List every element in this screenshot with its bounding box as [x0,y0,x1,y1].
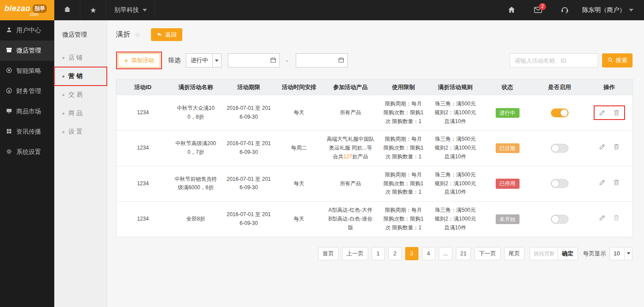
table-row: 1234 中秋节大众满100，8折 2016-07-01 至 2016-09-3… [117,95,633,131]
enable-toggle[interactable] [551,215,569,224]
per-page-select[interactable]: 10 [610,247,633,260]
page-number[interactable]: 1 [372,247,385,260]
sidebar-item-label: 系统设置 [16,148,41,156]
edit-button[interactable] [599,143,606,150]
cell-period: 2016-07-01 至 2016-09-30 [222,95,275,131]
search-button[interactable]: 搜索 [602,53,633,67]
date-to-input[interactable] [300,57,338,64]
edit-button[interactable] [599,214,606,221]
submenu-item-shop[interactable]: 店 铺 [54,49,107,67]
enable-toggle[interactable] [551,144,569,153]
target-icon [6,67,12,75]
user-menu[interactable]: 陈东明（商户） [578,0,644,20]
bank-icon-button[interactable] [54,0,80,20]
add-activity-label: 添加活动 [131,56,154,64]
cell-actions [586,202,633,237]
favorite-star-icon[interactable]: ☆ [135,31,140,39]
select-arrow[interactable] [212,54,221,67]
delete-button[interactable] [613,214,620,221]
edit-button[interactable] [599,109,606,116]
table-header-row: 活动ID 满折活动名称 活动期限 活动时间安排 参加活动产品 使用限制 满折活动… [117,79,633,95]
submenu-item-label: 店 铺 [68,54,83,62]
logo-tld: .com [4,12,50,17]
sidebar-item-store-management[interactable]: 微店管理 [0,41,54,61]
delete-button[interactable] [613,143,620,150]
sidebar-item-market[interactable]: 商品市场 [0,101,54,122]
company-switcher[interactable]: 别早科技 [106,0,155,20]
page-ellipsis[interactable]: ... [439,247,452,260]
jump-confirm-button[interactable]: 确定 [558,247,578,260]
cell-activity-id: 1234 [117,166,169,201]
sidebar-item-news[interactable]: 资讯传播 [0,122,54,142]
select-arrow[interactable] [624,247,632,260]
logo[interactable]: biezao 别早 .com [0,0,54,20]
sidebar-item-user-center[interactable]: 用户中心 [0,20,54,41]
submenu-title: 微店管理 [54,20,107,49]
sidebar-item-settings[interactable]: 系统设置 [0,142,54,162]
submenu-item-marketing[interactable]: 营 销 [54,67,107,86]
page-number[interactable]: 4 [422,247,435,260]
page-number[interactable]: 3 [405,247,418,260]
sidebar-item-label: 用户中心 [16,26,41,34]
page-first[interactable]: 首页 [318,247,339,260]
row-actions [594,105,625,120]
bullet-icon [62,57,64,59]
calendar-icon[interactable] [338,56,345,65]
page-next[interactable]: 下一页 [475,247,501,260]
page-prev[interactable]: 上一页 [342,247,368,260]
enable-toggle[interactable] [551,109,569,117]
cell-enabled [533,95,586,131]
cell-enabled [533,131,586,166]
messages-button[interactable]: 2 [525,0,551,20]
calendar-icon[interactable] [270,56,277,65]
chevron-down-icon [629,9,633,11]
date-to-field[interactable] [296,53,348,67]
bullet-icon [62,75,64,78]
search-icon [607,57,614,64]
page-number[interactable]: 21 [456,247,471,260]
sidebar-item-smart-strategy[interactable]: 智能策略 [0,61,54,81]
status-badge: 进行中 [496,108,520,118]
date-range-separator: - [286,57,288,64]
cell-activity-name: 中秋节前销售员特级满6000，6折 [169,166,222,201]
cell-products: 所有产品 [323,166,378,201]
home-button[interactable] [498,0,525,20]
jump-page-input[interactable] [530,247,558,260]
products-count: 127 [343,154,352,160]
date-from-field[interactable] [228,53,280,67]
coin-icon [6,87,12,95]
enable-toggle[interactable] [551,179,569,188]
delete-button[interactable] [613,109,620,116]
favorites-button[interactable]: ★ [80,0,106,20]
page-number[interactable]: 2 [388,247,402,260]
submenu-item-label: 商 品 [68,109,83,117]
submenu-item-setup[interactable]: 设 置 [54,123,107,141]
filter-label: 筛选 [168,56,181,64]
search-input[interactable] [510,53,598,67]
products-text: 所有产品 [340,109,361,116]
plus-icon: + [124,57,128,64]
submenu-item-trade[interactable]: 交 易 [54,86,107,104]
page-last[interactable]: 尾页 [504,247,524,260]
user-icon [6,26,12,34]
products-text: 款产品 [352,154,368,160]
support-button[interactable] [551,0,578,20]
search-label: 搜索 [616,56,627,64]
edit-button[interactable] [599,179,606,186]
col-header-schedule: 活动时间安排 [275,79,323,95]
cell-limits: 限购周期：每月 限购次数：限购1次 限购数量：1 [378,166,429,201]
cell-rules: 珠三角：满500元 规则2：满1000元且满10件 [429,202,482,237]
back-button[interactable]: 返回 [151,28,182,41]
sidebar-item-finance[interactable]: 财务管理 [0,81,54,101]
status-filter-select[interactable]: 进行中 [186,53,222,67]
topbar: biezao 别早 .com ★ 别早科技 [0,0,644,20]
status-badge: 已过期 [496,143,520,153]
submenu-item-goods[interactable]: 商 品 [54,104,107,123]
date-from-input[interactable] [232,57,270,64]
cell-period: 2016-07-01 至 2016-09-30 [222,202,275,237]
title-row: 满折 ☆ 返回 [116,28,633,41]
delete-button[interactable] [613,179,620,186]
store-icon [6,47,12,55]
sidebar-item-label: 资讯传播 [16,128,41,136]
add-activity-button[interactable]: + 添加活动 [118,53,160,67]
